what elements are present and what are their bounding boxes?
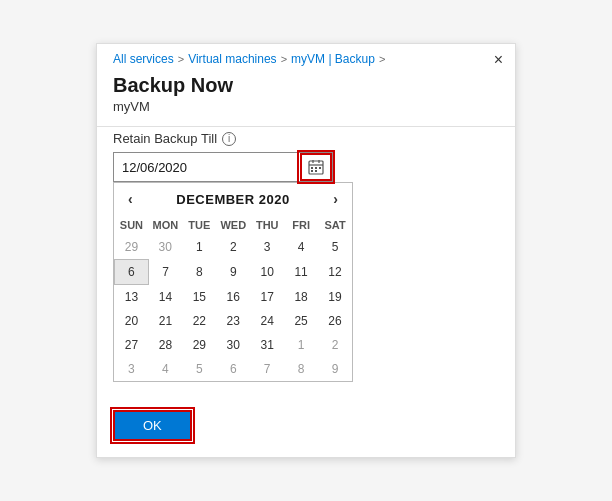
calendar-week-row: 6789101112 [115, 260, 353, 285]
calendar-day[interactable]: 9 [318, 357, 352, 381]
breadcrumb: All services > Virtual machines > myVM |… [97, 44, 515, 66]
calendar-day[interactable]: 3 [115, 357, 149, 381]
calendar-day[interactable]: 4 [284, 235, 318, 260]
calendar-day[interactable]: 16 [216, 285, 250, 310]
calendar-day[interactable]: 30 [148, 235, 182, 260]
calendar-day[interactable]: 1 [284, 333, 318, 357]
calendar-day[interactable]: 26 [318, 309, 352, 333]
calendar-day[interactable]: 24 [250, 309, 284, 333]
breadcrumb-sep-2: > [281, 53, 287, 65]
close-button[interactable]: × [494, 52, 503, 68]
field-label-row: Retain Backup Till i [113, 131, 499, 146]
col-fri: FRI [284, 215, 318, 235]
svg-rect-8 [315, 170, 317, 172]
calendar-header-row: SUN MON TUE WED THU FRI SAT [115, 215, 353, 235]
calendar-day[interactable]: 9 [216, 260, 250, 285]
calendar-day[interactable]: 4 [148, 357, 182, 381]
calendar-day[interactable]: 20 [115, 309, 149, 333]
calendar-week-row: 20212223242526 [115, 309, 353, 333]
svg-rect-4 [311, 167, 313, 169]
calendar-day[interactable]: 3 [250, 235, 284, 260]
calendar-day[interactable]: 14 [148, 285, 182, 310]
date-input-row [113, 152, 333, 182]
calendar-icon-button[interactable] [300, 153, 332, 181]
calendar-day[interactable]: 7 [250, 357, 284, 381]
calendar-prev-button[interactable]: ‹ [122, 189, 139, 209]
calendar-week-row: 13141516171819 [115, 285, 353, 310]
calendar-day[interactable]: 22 [182, 309, 216, 333]
divider [97, 126, 515, 127]
calendar-day[interactable]: 2 [216, 235, 250, 260]
calendar-day[interactable]: 19 [318, 285, 352, 310]
calendar-body: 2930123456789101112131415161718192021222… [115, 235, 353, 381]
calendar-popup: ‹ DECEMBER 2020 › SUN MON TUE WED THU FR… [113, 182, 353, 382]
calendar-day[interactable]: 27 [115, 333, 149, 357]
backup-now-panel: All services > Virtual machines > myVM |… [96, 43, 516, 458]
col-thu: THU [250, 215, 284, 235]
calendar-week-row: 293012345 [115, 235, 353, 260]
panel-subtitle: myVM [97, 99, 515, 126]
calendar-day[interactable]: 8 [284, 357, 318, 381]
calendar-grid: SUN MON TUE WED THU FRI SAT 293012345678… [114, 215, 352, 381]
calendar-day[interactable]: 8 [182, 260, 216, 285]
col-sun: SUN [115, 215, 149, 235]
calendar-month-year: DECEMBER 2020 [176, 192, 289, 207]
panel-body: Retain Backup Till i [97, 131, 515, 398]
calendar-week-row: 272829303112 [115, 333, 353, 357]
calendar-day[interactable]: 6 [115, 260, 149, 285]
calendar-header: ‹ DECEMBER 2020 › [114, 183, 352, 215]
panel-title: Backup Now [97, 66, 515, 99]
calendar-day[interactable]: 13 [115, 285, 149, 310]
calendar-day[interactable]: 17 [250, 285, 284, 310]
ok-button[interactable]: OK [113, 410, 192, 441]
calendar-day[interactable]: 25 [284, 309, 318, 333]
col-mon: MON [148, 215, 182, 235]
svg-rect-5 [315, 167, 317, 169]
breadcrumb-sep-3: > [379, 53, 385, 65]
col-tue: TUE [182, 215, 216, 235]
calendar-day[interactable]: 23 [216, 309, 250, 333]
calendar-day[interactable]: 7 [148, 260, 182, 285]
calendar-day[interactable]: 29 [182, 333, 216, 357]
breadcrumb-sep-1: > [178, 53, 184, 65]
calendar-day[interactable]: 21 [148, 309, 182, 333]
col-sat: SAT [318, 215, 352, 235]
calendar-day[interactable]: 5 [182, 357, 216, 381]
calendar-icon [308, 159, 324, 175]
svg-rect-7 [311, 170, 313, 172]
retain-backup-label: Retain Backup Till [113, 131, 217, 146]
calendar-day[interactable]: 18 [284, 285, 318, 310]
breadcrumb-myvm-backup[interactable]: myVM | Backup [291, 52, 375, 66]
calendar-day[interactable]: 15 [182, 285, 216, 310]
calendar-day[interactable]: 2 [318, 333, 352, 357]
col-wed: WED [216, 215, 250, 235]
calendar-day[interactable]: 30 [216, 333, 250, 357]
calendar-day[interactable]: 10 [250, 260, 284, 285]
calendar-day[interactable]: 28 [148, 333, 182, 357]
calendar-day[interactable]: 6 [216, 357, 250, 381]
panel-footer: OK [97, 398, 515, 457]
calendar-day[interactable]: 11 [284, 260, 318, 285]
calendar-day[interactable]: 1 [182, 235, 216, 260]
info-icon[interactable]: i [222, 132, 236, 146]
calendar-next-button[interactable]: › [327, 189, 344, 209]
breadcrumb-all-services[interactable]: All services [113, 52, 174, 66]
calendar-day[interactable]: 31 [250, 333, 284, 357]
calendar-week-row: 3456789 [115, 357, 353, 381]
calendar-day[interactable]: 29 [115, 235, 149, 260]
date-input[interactable] [114, 155, 300, 180]
svg-rect-6 [319, 167, 321, 169]
calendar-day[interactable]: 5 [318, 235, 352, 260]
calendar-day[interactable]: 12 [318, 260, 352, 285]
breadcrumb-virtual-machines[interactable]: Virtual machines [188, 52, 277, 66]
